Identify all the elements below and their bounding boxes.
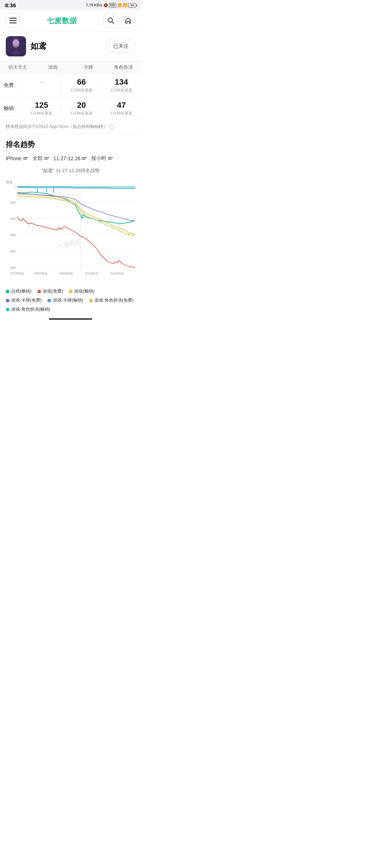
ranking-cell-free-1: 66 1分钟前更新 (62, 74, 101, 97)
svg-rect-0 (9, 18, 17, 19)
network-speed: 7.78 KB/s (86, 3, 102, 7)
svg-text:09日00点: 09日00点 (59, 272, 73, 275)
svg-text:21日00点: 21日00点 (110, 272, 124, 275)
ranking-label-paid: 畅销 (0, 97, 22, 120)
legend-dot-4 (47, 299, 51, 302)
legend-item-1: 游戏(免费) (37, 288, 63, 294)
legend-item-4: 游戏-卡牌(畅销) (47, 297, 83, 303)
home-bar (49, 318, 92, 320)
svg-point-7 (13, 40, 19, 46)
nav-actions (104, 13, 135, 28)
legend-item-5: 游戏-角色扮演(免费) (89, 297, 134, 303)
ranking-cell-paid-0: 125 1分钟前更新 (22, 97, 62, 120)
ranking-cell-free-2: 134 1分钟前更新 (102, 74, 141, 97)
status-time: 8:36 (5, 2, 16, 8)
ranking-cell-free-0: - - (22, 74, 62, 97)
svg-text:1: 1 (14, 184, 16, 188)
legend-dot-6 (6, 308, 9, 311)
cat-tab-1[interactable]: 游戏 (35, 61, 71, 73)
chart-svg: 排名 1 100 200 300 400 500 27日00点 03日00点 0… (3, 177, 138, 278)
legend-item-3: 游戏-卡牌(免费) (6, 297, 42, 303)
chart-section-title: 排名趋势 (0, 134, 141, 152)
svg-text:400: 400 (10, 250, 16, 253)
legend-dot-3 (6, 299, 9, 302)
svg-text:27日00点: 27日00点 (10, 272, 24, 275)
filter-row: iPhone 全部 11.27-12.26 按小时 (0, 152, 141, 166)
svg-line-4 (112, 22, 114, 24)
signal-icon: 📶 (117, 3, 122, 7)
menu-button[interactable] (6, 13, 20, 28)
legend-label-3: 游戏-卡牌(免费) (11, 297, 42, 303)
legend-item-2: 游戏(畅销) (69, 288, 94, 294)
nav-bar: 七麦数据 (0, 10, 141, 32)
app-name: 如鸢 (30, 41, 106, 52)
app-title: 七麦数据 (47, 16, 77, 26)
legend-label-6: 游戏-角色扮演(畅销) (11, 306, 50, 312)
ranking-cells-free: - - 66 1分钟前更新 134 1分钟前更新 (22, 74, 141, 97)
filter-granularity[interactable]: 按小时 (91, 155, 113, 162)
legend-row-3: 游戏-角色扮演(畅销) (6, 306, 135, 312)
status-right: 7.78 KB/s 🔕 HD 📶 📶 94 (86, 3, 136, 8)
legend-label-2: 游戏(畅销) (74, 288, 94, 294)
legend-row-2: 游戏-卡牌(免费) 游戏-卡牌(畅销) 游戏-角色扮演(免费) (6, 297, 135, 303)
home-indicator (0, 315, 141, 321)
cat-tab-3[interactable]: 角色扮演 (106, 61, 142, 73)
chart-svg-wrap: 排名 1 100 200 300 400 500 27日00点 03日00点 0… (3, 177, 138, 280)
home-button[interactable] (121, 13, 135, 28)
filter-lines-icon-2 (44, 157, 49, 159)
notice-text: 榜单数据同步于iOS15 App Store（除总榜和畅销榜） (6, 124, 108, 130)
ranking-label-free: 免费 (0, 74, 22, 97)
ranking-row-free: 免费 - - 66 1分钟前更新 134 1分钟前更新 (0, 74, 141, 97)
svg-text:排名: 排名 (6, 180, 13, 184)
follow-button[interactable]: 已关注 (106, 40, 135, 53)
ranking-section: 免费 - - 66 1分钟前更新 134 1分钟前更新 畅销 125 1分钟前更… (0, 74, 141, 120)
chart-title: "如鸢" 11.27-12.26排名趋势 (3, 166, 138, 174)
info-icon: ? (109, 124, 114, 129)
legend-item-0: 总榜(畅销) (6, 288, 31, 294)
cat-tab-0[interactable]: 仿卡天主 (0, 61, 35, 73)
filter-iphone-label: iPhone (6, 156, 22, 161)
signal-icon-2: 📶 (123, 3, 127, 7)
svg-text:100: 100 (10, 201, 16, 204)
legend-dot-1 (37, 290, 41, 293)
filter-daterange[interactable]: 11.27-12.26 (54, 156, 87, 161)
svg-text:15日00点: 15日00点 (85, 272, 98, 275)
battery-icon: 94 (128, 3, 136, 8)
filter-lines-icon-3 (82, 157, 87, 159)
legend-dot-0 (6, 290, 9, 293)
ranking-cell-paid-2: 47 1分钟前更新 (102, 97, 141, 120)
chart-legend: 总榜(畅销) 游戏(免费) 游戏(畅销) 游戏-卡牌(免费) 游戏-卡牌(畅销)… (0, 285, 141, 312)
app-icon (6, 36, 26, 56)
filter-lines-icon (23, 157, 28, 159)
legend-label-5: 游戏-角色扮演(免费) (94, 297, 134, 303)
svg-text:500: 500 (10, 266, 16, 269)
legend-label-4: 游戏-卡牌(畅销) (53, 297, 83, 303)
app-header: 如鸢 已关注 (0, 32, 141, 61)
svg-text:300: 300 (10, 233, 16, 237)
search-button[interactable] (104, 13, 118, 28)
hd-badge: HD (109, 3, 116, 8)
legend-item-6: 游戏-角色扮演(畅销) (6, 306, 50, 312)
legend-dot-5 (89, 299, 93, 302)
ranking-cell-paid-1: 20 1分钟前更新 (62, 97, 101, 120)
cat-tab-2[interactable]: 卡牌 (71, 61, 106, 73)
legend-row-1: 总榜(畅销) 游戏(免费) 游戏(畅销) (6, 288, 135, 294)
filter-lines-icon-4 (108, 157, 113, 159)
notice-bar: 榜单数据同步于iOS15 App Store（除总榜和畅销榜） ? (0, 120, 141, 134)
filter-all-label: 全部 (33, 155, 43, 162)
filter-daterange-label: 11.27-12.26 (54, 156, 81, 161)
ranking-row-paid: 畅销 125 1分钟前更新 20 1分钟前更新 47 1分钟前更新 (0, 97, 141, 120)
svg-rect-2 (9, 22, 17, 24)
chart-container: "如鸢" 11.27-12.26排名趋势 排名 1 100 200 300 40… (0, 166, 141, 285)
filter-all[interactable]: 全部 (33, 155, 49, 162)
svg-text:200: 200 (10, 217, 16, 221)
filter-iphone[interactable]: iPhone (6, 156, 28, 161)
mute-icon: 🔕 (104, 3, 108, 7)
filter-granularity-label: 按小时 (91, 155, 106, 162)
svg-rect-1 (9, 20, 17, 21)
status-bar: 8:36 7.78 KB/s 🔕 HD 📶 📶 94 (0, 0, 141, 10)
legend-label-1: 游戏(免费) (43, 288, 63, 294)
svg-text:七麦数据: 七麦数据 (57, 238, 81, 250)
category-tabs: 仿卡天主 游戏 卡牌 角色扮演 (0, 61, 141, 74)
svg-text:03日00点: 03日00点 (34, 272, 48, 275)
